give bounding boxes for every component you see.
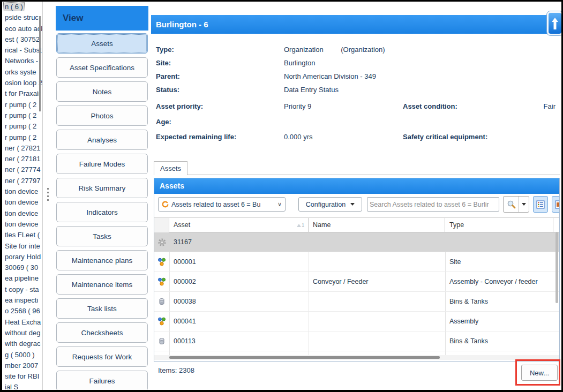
- tree-item[interactable]: ial S: [2, 382, 42, 390]
- tree-item[interactable]: tion device: [2, 219, 42, 230]
- view-sidebar: View AssetsAsset SpecificationsNotesPhot…: [56, 2, 148, 390]
- tree-item[interactable]: r pump ( 2: [2, 121, 42, 132]
- column-header-asset[interactable]: Asset 1: [169, 218, 309, 232]
- tree-item[interactable]: with degrac: [2, 338, 42, 349]
- tree-item[interactable]: ner ( 27821: [2, 143, 42, 154]
- hierarchy-icon: [154, 272, 169, 291]
- tree-item[interactable]: ea inspecti: [2, 295, 42, 306]
- tree-item[interactable]: tion device: [2, 197, 42, 208]
- tree-item[interactable]: g ( 5000 ): [2, 350, 42, 360]
- sidebar-item-notes[interactable]: Notes: [56, 81, 148, 102]
- tree-item[interactable]: est ( 30752: [2, 34, 42, 45]
- sidebar-item-failure-modes[interactable]: Failure Modes: [56, 154, 148, 174]
- table-row[interactable]: 000113Bins & Tanks: [154, 331, 559, 351]
- hierarchy-icon: [154, 252, 169, 272]
- tree-scrollbar[interactable]: [39, 16, 41, 111]
- sidebar-item-requests-for-work[interactable]: Requests for Work: [56, 346, 148, 367]
- cell-asset: 000001: [174, 252, 196, 272]
- column-header-name[interactable]: Name: [309, 218, 445, 232]
- table-row[interactable]: 31167: [154, 232, 559, 252]
- tab-assets[interactable]: Assets: [154, 161, 187, 175]
- tree-item[interactable]: Heat Excha: [2, 317, 42, 328]
- tree-item[interactable]: r pump ( 2: [2, 100, 42, 110]
- table-row[interactable]: [154, 351, 559, 355]
- detail-label: Asset priority:: [156, 102, 203, 110]
- tree-item[interactable]: ea pipeline: [2, 273, 42, 284]
- tree-item[interactable]: Site for inte: [2, 241, 42, 252]
- cell-type: Bins & Tanks: [449, 331, 488, 351]
- sidebar-item-maintenance-plans[interactable]: Maintenance plans: [56, 250, 148, 270]
- tree-item[interactable]: ner ( 27797: [2, 176, 42, 186]
- window-border-left: [0, 0, 2, 392]
- cell-asset: 000041: [174, 312, 196, 331]
- list-view-button[interactable]: [533, 196, 548, 213]
- table-row[interactable]: 000002Conveyor / FeederAssembly - Convey…: [154, 272, 559, 292]
- cell-type: Site: [449, 252, 461, 272]
- sidebar-item-asset-specifications[interactable]: Asset Specifications: [56, 57, 148, 78]
- tree-item[interactable]: rical - Subst: [2, 45, 42, 56]
- tree-item[interactable]: ner ( 27774: [2, 164, 42, 175]
- tree-item[interactable]: r pump ( 2: [2, 132, 42, 143]
- detail-label: Expected remaining life:: [156, 133, 236, 141]
- cylinder-icon: [154, 331, 169, 351]
- table-horizontal-scrollbar[interactable]: [154, 355, 559, 360]
- panel-splitter[interactable]: [46, 188, 50, 205]
- tree-item[interactable]: osion loop 2: [2, 78, 42, 88]
- tree-item[interactable]: ner ( 27181: [2, 154, 42, 164]
- tree-item[interactable]: tion device: [2, 208, 42, 219]
- sidebar-item-checksheets[interactable]: Checksheets: [56, 322, 148, 343]
- table-row[interactable]: 000038Bins & Tanks: [154, 292, 559, 312]
- card-view-button[interactable]: [552, 196, 560, 213]
- relationship-filter-dropdown[interactable]: Assets related to asset 6 = Bu ∨: [158, 197, 286, 212]
- new-button[interactable]: New...: [521, 365, 558, 381]
- sidebar-item-task-lists[interactable]: Task lists: [56, 298, 148, 319]
- tree-item[interactable]: tion device: [2, 186, 42, 197]
- tree-item[interactable]: o 2568 ( 96: [2, 306, 42, 316]
- tree-item[interactable]: without deg: [2, 328, 42, 338]
- horizontal-scroll-thumb[interactable]: [169, 356, 440, 359]
- search-input[interactable]: [367, 197, 499, 212]
- detail-label: Status:: [156, 86, 179, 94]
- tree-item[interactable]: tles FLeet (: [2, 230, 42, 240]
- sidebar-item-tasks[interactable]: Tasks: [56, 226, 148, 246]
- tree-item[interactable]: r pump ( 2: [2, 110, 42, 121]
- sidebar-item-maintenance-items[interactable]: Maintenance items: [56, 274, 148, 295]
- sidebar-item-analyses[interactable]: Analyses: [56, 130, 148, 150]
- record-title: Burlington - 6: [156, 20, 208, 29]
- tree-item[interactable]: 30069 ( 30: [2, 262, 42, 273]
- tree-item[interactable]: pside struc: [2, 12, 42, 23]
- sidebar-item-failures[interactable]: Failures: [56, 371, 148, 391]
- tree-item[interactable]: orks syste: [2, 67, 42, 78]
- search-button[interactable]: [503, 196, 529, 213]
- sidebar-item-risk-summary[interactable]: Risk Summary: [56, 178, 148, 198]
- detail-label: Safety critical equipment:: [403, 133, 487, 141]
- tree-item[interactable]: Networks -: [2, 56, 42, 66]
- cell-name: Conveyor / Feeder: [313, 272, 369, 291]
- tree-item[interactable]: t copy - sta: [2, 284, 42, 295]
- table-vertical-scrollbar[interactable]: [556, 232, 558, 303]
- gear-icon: [154, 232, 169, 252]
- relationship-filter-value: Assets related to asset 6 = Bu: [171, 201, 260, 208]
- cell-asset: 000002: [174, 272, 196, 291]
- cell-type: Assembly: [449, 312, 478, 331]
- cylinder-icon: [154, 292, 169, 311]
- tree-item[interactable]: eco auto ack: [2, 24, 42, 34]
- column-header-type[interactable]: Type: [445, 218, 553, 232]
- table-row[interactable]: 000001Site: [154, 252, 559, 272]
- tree-item[interactable]: n ( 6 ): [2, 2, 42, 12]
- tree-item[interactable]: mber 2007: [2, 360, 42, 371]
- assets-panel-title: Assets: [154, 178, 559, 194]
- sidebar-item-photos[interactable]: Photos: [56, 105, 148, 126]
- tree-item[interactable]: site for RBI: [2, 371, 42, 382]
- column-header-icon[interactable]: [154, 218, 169, 232]
- detail-value: North American Division - 349: [284, 72, 376, 80]
- sidebar-item-indicators[interactable]: Indicators: [56, 202, 148, 222]
- navigate-up-button[interactable]: [547, 11, 563, 35]
- sidebar-item-assets[interactable]: Assets: [56, 33, 148, 54]
- configuration-dropdown[interactable]: Configuration: [298, 197, 362, 212]
- cell-type: Assembly - Conveyor / feeder: [449, 272, 538, 291]
- tree-item[interactable]: porary Hold: [2, 252, 42, 262]
- asset-tree-panel: n ( 6 )pside struceco auto ackest ( 3075…: [2, 2, 43, 390]
- tree-item[interactable]: t for Praxair: [2, 88, 42, 99]
- table-row[interactable]: 000041Assembly: [154, 312, 559, 331]
